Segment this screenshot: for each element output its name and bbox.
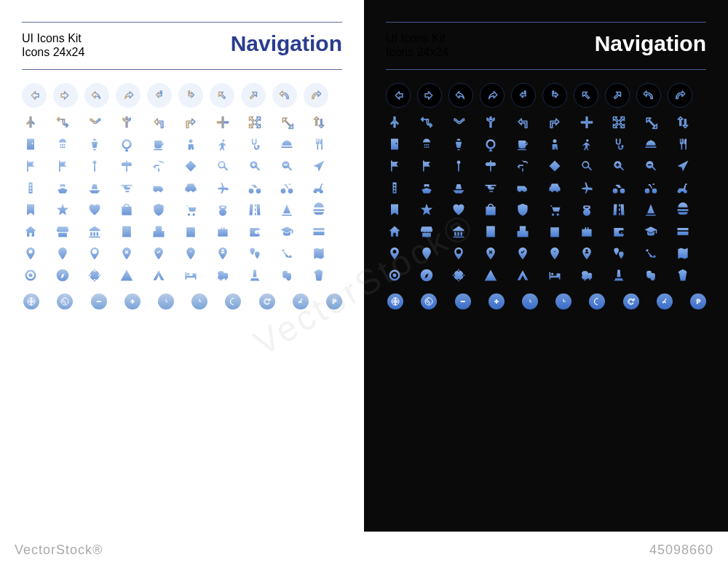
- star-icon: [419, 202, 434, 217]
- expand-icon: [248, 115, 262, 130]
- crosshair-icon: [87, 268, 102, 283]
- popcorn-icon: [676, 268, 690, 283]
- serving-icon: [644, 137, 658, 151]
- zoom-out-icon: [280, 159, 294, 173]
- redo-icon: [116, 83, 141, 108]
- flag-outline-icon: [55, 159, 70, 173]
- crosshair-icon: [451, 268, 466, 283]
- refresh-disc-icon: [258, 290, 274, 313]
- bank-icon: [87, 224, 102, 239]
- curve-left-icon: [636, 83, 661, 108]
- flag-icon: [23, 159, 38, 173]
- time-disc-icon: [555, 290, 571, 313]
- door-icon: [387, 137, 402, 151]
- fountain-icon: [87, 137, 102, 151]
- globe-disc-icon: [387, 290, 403, 313]
- up-right-icon: [241, 83, 266, 108]
- shield-icon: [151, 202, 166, 217]
- star-icon: [55, 202, 70, 217]
- title-sub: Icons 24x24: [22, 45, 84, 59]
- flag-icon: [387, 159, 402, 173]
- pin-dot-icon: [547, 246, 562, 261]
- s-curve-icon: [87, 115, 102, 130]
- card-icon: [676, 224, 690, 239]
- map-icon: [676, 246, 690, 261]
- route-icon: [419, 115, 434, 130]
- route-map-icon: [280, 246, 294, 261]
- pin-person-icon: [215, 246, 230, 261]
- briefcase-icon: [215, 224, 230, 239]
- pins-icon: [612, 246, 626, 261]
- pin-x-icon: [119, 246, 134, 261]
- heart-icon: [451, 202, 466, 217]
- curve-right-icon: [304, 83, 328, 108]
- curve-right-icon: [668, 83, 692, 108]
- office-icon: [483, 224, 498, 239]
- bicycle-icon: [280, 181, 294, 195]
- door-icon: [23, 137, 38, 151]
- monument-icon: [248, 268, 262, 283]
- bookmark-icon: [387, 202, 402, 217]
- icon-grid-dark: [386, 83, 706, 313]
- wallet-icon: [612, 224, 626, 239]
- cutlery-icon: [676, 137, 690, 151]
- person-icon: [183, 137, 198, 151]
- helicopter-icon: [483, 181, 498, 195]
- title-sub: Icons 24x24: [386, 45, 448, 59]
- wallet-icon: [248, 224, 262, 239]
- directions-icon: [515, 159, 530, 173]
- cross-icon: [215, 115, 230, 130]
- scooter-icon: [312, 181, 326, 195]
- coffee-icon: [151, 137, 166, 151]
- expand-icon: [612, 115, 626, 130]
- signpost-icon: [119, 159, 134, 173]
- pins-icon: [248, 246, 262, 261]
- diamond-icon: [547, 159, 562, 173]
- van-icon: [151, 181, 166, 195]
- bicycle-icon: [644, 181, 658, 195]
- flag-outline-icon: [419, 159, 434, 173]
- refresh-disc-icon: [622, 290, 638, 313]
- turn-up-left-icon: [151, 115, 166, 130]
- shield-icon: [515, 202, 530, 217]
- fountain-icon: [451, 137, 466, 151]
- route-map-icon: [644, 246, 658, 261]
- arrow-right-icon: [417, 83, 442, 108]
- fork-right-icon: [483, 115, 498, 130]
- burger-icon: [676, 202, 690, 217]
- walk-icon: [579, 137, 594, 151]
- pin-check-icon: [515, 246, 530, 261]
- fork-right-icon: [119, 115, 134, 130]
- undo-icon: [448, 83, 473, 108]
- header-light: UI Icons Kit Icons 24x24 Navigation: [22, 22, 342, 70]
- title-main: UI Icons Kit: [22, 31, 84, 45]
- moon-disc-icon: [589, 290, 605, 313]
- card-icon: [312, 224, 326, 239]
- masks-icon: [280, 268, 294, 283]
- dark-panel: UI Icons Kit Icons 24x24 Navigation: [364, 0, 728, 532]
- turn-right-icon: [178, 83, 203, 108]
- search-icon: [579, 159, 594, 173]
- pin-dot-icon: [183, 246, 198, 261]
- compass-icon: [419, 268, 434, 283]
- popcorn-icon: [312, 268, 326, 283]
- shower-icon: [419, 137, 434, 151]
- kettlebell-icon: [215, 202, 230, 217]
- pin-drop-icon: [387, 246, 402, 261]
- cart-icon: [183, 202, 198, 217]
- pin-outline-icon: [87, 246, 102, 261]
- turn-up-right-icon: [547, 115, 562, 130]
- arrow-right-icon: [53, 83, 78, 108]
- trees-icon: [215, 268, 230, 283]
- building-icon: [151, 224, 166, 239]
- bank-icon: [451, 224, 466, 239]
- van-icon: [515, 181, 530, 195]
- graduation-icon: [644, 224, 658, 239]
- boat-icon: [87, 181, 102, 195]
- category-label: Navigation: [231, 31, 342, 56]
- home-icon: [387, 224, 402, 239]
- swap-vert-icon: [676, 115, 690, 130]
- parking-disc-icon: [326, 290, 342, 313]
- merge-icon: [387, 115, 402, 130]
- pin-check-icon: [151, 246, 166, 261]
